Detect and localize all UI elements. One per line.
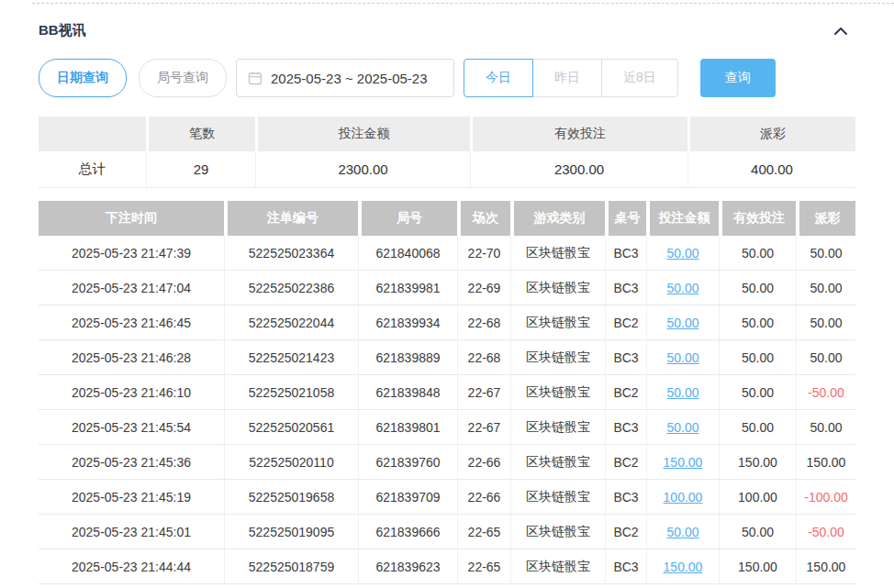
records-header-game-type: 游戏类别 (510, 201, 605, 236)
cell-valid-bet: 50.00 (719, 305, 796, 340)
chevron-up-icon (833, 27, 848, 36)
summary-table: 笔数 投注金额 有效投注 派彩 总计 29 2300.00 2300.00 40… (39, 116, 855, 188)
summary-total-bet-amount: 2300.00 (255, 151, 470, 188)
date-query-tab[interactable]: 日期查询 (39, 59, 127, 97)
records-header-table-no: 桌号 (605, 201, 646, 236)
cell-bet-amount: 150.00 (646, 445, 719, 480)
date-range-value: 2025-05-23 ~ 2025-05-23 (271, 71, 428, 86)
cell-payout: -50.00 (796, 375, 855, 410)
cell-valid-bet: 50.00 (719, 410, 796, 445)
cell-session: 22-66 (457, 445, 510, 480)
cell-order-no: 522525021058 (224, 375, 358, 410)
betting-records-panel: BB视讯 日期查询 局号查询 2025-05-23 ~ 2025-05-23 今… (0, 22, 894, 584)
bet-amount-link[interactable]: 50.00 (666, 385, 698, 400)
cell-table-no: BC3 (605, 480, 646, 515)
cell-bet-time: 2025-05-23 21:46:28 (39, 340, 224, 375)
cell-session: 22-65 (457, 515, 510, 549)
quick-date-group: 今日 昨日 近8日 (464, 59, 678, 97)
cell-game-type: 区块链骰宝 (510, 305, 605, 340)
cell-payout: -100.00 (796, 480, 855, 515)
cell-payout: 50.00 (796, 236, 855, 271)
summary-total-count: 29 (146, 151, 255, 188)
cell-table-no: BC3 (605, 236, 646, 271)
cell-round-no: 621839801 (358, 410, 457, 445)
quick-last8days-button[interactable]: 近8日 (601, 59, 678, 97)
bet-amount-link[interactable]: 50.00 (666, 350, 698, 365)
cell-payout: 150.00 (796, 549, 855, 584)
cell-game-type: 区块链骰宝 (510, 236, 605, 271)
records-header-order-no: 注单编号 (224, 201, 358, 236)
quick-today-button[interactable]: 今日 (464, 59, 533, 97)
cell-bet-amount: 50.00 (646, 340, 719, 375)
summary-total-label: 总计 (39, 151, 146, 188)
cell-bet-time: 2025-05-23 21:47:39 (39, 236, 224, 271)
cell-payout: 50.00 (796, 410, 855, 445)
cell-bet-amount: 150.00 (646, 549, 719, 584)
cell-valid-bet: 50.00 (719, 375, 796, 410)
cell-session: 22-67 (457, 410, 510, 445)
record-row: 2025-05-23 21:46:28522525021423621839889… (39, 340, 855, 375)
bet-amount-link[interactable]: 50.00 (666, 316, 698, 330)
bet-amount-link[interactable]: 50.00 (666, 246, 698, 261)
records-header-bet-time: 下注时间 (39, 201, 224, 236)
search-button[interactable]: 查询 (700, 59, 776, 97)
filter-bar: 日期查询 局号查询 2025-05-23 ~ 2025-05-23 今日 昨日 … (39, 59, 855, 97)
cell-valid-bet: 100.00 (719, 480, 796, 515)
cell-order-no: 522525019095 (224, 515, 358, 549)
round-query-tab[interactable]: 局号查询 (139, 59, 227, 97)
cell-valid-bet: 150.00 (719, 445, 796, 480)
record-row: 2025-05-23 21:45:01522525019095621839666… (39, 515, 855, 549)
summary-header-bet-amount: 投注金额 (255, 116, 470, 151)
bet-amount-link[interactable]: 50.00 (666, 281, 698, 295)
bet-amount-link[interactable]: 50.00 (666, 525, 698, 539)
bet-amount-link[interactable]: 50.00 (666, 420, 698, 435)
cell-valid-bet: 50.00 (719, 271, 796, 305)
bet-amount-link[interactable]: 150.00 (664, 455, 703, 470)
cell-game-type: 区块链骰宝 (510, 515, 605, 549)
cell-bet-time: 2025-05-23 21:45:54 (39, 410, 224, 445)
cell-table-no: BC3 (605, 340, 646, 375)
cell-order-no: 522525021423 (224, 340, 358, 375)
cell-round-no: 621839709 (358, 480, 457, 515)
cell-order-no: 522525022386 (224, 271, 358, 305)
cell-bet-time: 2025-05-23 21:45:01 (39, 515, 224, 549)
quick-yesterday-button[interactable]: 昨日 (532, 59, 602, 97)
record-row: 2025-05-23 21:44:44522525018759621839623… (39, 549, 855, 584)
cell-table-no: BC3 (605, 271, 646, 305)
summary-total-payout: 400.00 (687, 151, 855, 188)
cell-session: 22-65 (457, 549, 510, 584)
records-table: 下注时间 注单编号 局号 场次 游戏类别 桌号 投注金额 有效投注 派彩 202… (39, 201, 855, 584)
cell-table-no: BC2 (605, 445, 646, 480)
cell-round-no: 621839666 (358, 515, 457, 549)
record-row: 2025-05-23 21:45:36522525020110621839760… (39, 445, 855, 480)
summary-total-row: 总计 29 2300.00 2300.00 400.00 (39, 151, 855, 188)
top-dashed-divider (32, 3, 894, 4)
cell-order-no: 522525023364 (224, 236, 358, 271)
summary-header-count: 笔数 (146, 116, 255, 151)
cell-bet-time: 2025-05-23 21:45:36 (39, 445, 224, 480)
cell-game-type: 区块链骰宝 (510, 410, 605, 445)
bet-amount-link[interactable]: 100.00 (664, 490, 703, 505)
cell-payout: 50.00 (796, 271, 855, 305)
record-row: 2025-05-23 21:45:19522525019658621839709… (39, 480, 855, 515)
calendar-icon (248, 71, 263, 85)
date-range-input[interactable]: 2025-05-23 ~ 2025-05-23 (236, 59, 454, 97)
cell-bet-amount: 50.00 (646, 410, 719, 445)
record-row: 2025-05-23 21:46:10522525021058621839848… (39, 375, 855, 410)
cell-bet-time: 2025-05-23 21:46:10 (39, 375, 224, 410)
cell-session: 22-68 (457, 305, 510, 340)
cell-table-no: BC2 (605, 515, 646, 549)
records-header-session: 场次 (457, 201, 510, 236)
cell-game-type: 区块链骰宝 (510, 271, 605, 305)
cell-table-no: BC3 (605, 410, 646, 445)
bet-amount-link[interactable]: 150.00 (664, 560, 703, 574)
summary-header-empty (39, 116, 146, 151)
cell-session: 22-66 (457, 480, 510, 515)
cell-round-no: 621839623 (358, 549, 457, 584)
cell-payout: 50.00 (796, 305, 855, 340)
cell-valid-bet: 50.00 (719, 236, 796, 271)
cell-game-type: 区块链骰宝 (510, 480, 605, 515)
records-header-round-no: 局号 (358, 201, 457, 236)
cell-payout: 50.00 (796, 340, 855, 375)
collapse-button[interactable] (832, 25, 850, 38)
